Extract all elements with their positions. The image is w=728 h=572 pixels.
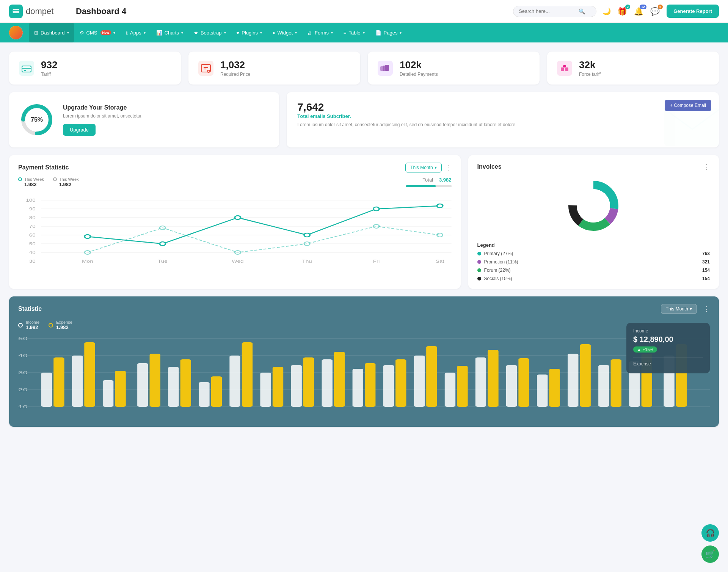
payments-info: 102k Detalled Payments [400, 59, 438, 77]
svg-rect-94 [414, 356, 425, 407]
statistic-menu-button[interactable]: ⋮ [703, 305, 710, 313]
svg-rect-16 [561, 67, 564, 71]
svg-point-53 [373, 224, 379, 228]
svg-text:50: 50 [18, 336, 28, 341]
nav-item-widget[interactable]: ♦ Widget ▾ [267, 23, 302, 42]
income-legend-dot [18, 323, 23, 328]
svg-rect-103 [549, 369, 560, 407]
logo-text: dompet [26, 6, 53, 16]
email-subtitle: Total emails Subcriber. [297, 113, 708, 119]
svg-point-49 [85, 251, 90, 254]
svg-text:Sat: Sat [436, 259, 444, 264]
svg-rect-76 [137, 363, 148, 407]
svg-rect-98 [475, 357, 486, 407]
socials-count: 154 [702, 276, 710, 281]
svg-text:100: 100 [26, 198, 35, 203]
invoices-legend: Primary (27%) 763 Promotion (11%) 321 Fo… [477, 251, 710, 281]
svg-rect-78 [168, 367, 179, 407]
chevron-down-icon-cms: ▾ [113, 31, 115, 35]
gift-icon-wrap[interactable]: 🎁 2 [618, 7, 627, 16]
legend-val-2: 1.982 [59, 182, 79, 187]
legend-item-week2: This Week 1.982 [53, 177, 79, 193]
income-legend-val: 1.982 [26, 324, 39, 330]
expense-legend-val: 1.982 [56, 324, 72, 330]
email-card: + Compose Email 7,642 Total emails Subcr… [287, 92, 719, 147]
stat-card-tariff: 932 Tariff [9, 52, 181, 85]
income-panel-label: Income [633, 328, 703, 334]
chevron-down-icon-month: ▾ [435, 165, 437, 170]
storage-title: Upgrade Your Storage [63, 104, 143, 111]
svg-rect-82 [229, 356, 240, 407]
svg-rect-95 [426, 346, 437, 407]
svg-text:90: 90 [29, 207, 36, 212]
gift-badge: 2 [625, 5, 630, 9]
nav-item-dashboard[interactable]: ⊞ Dashboard ▾ [29, 23, 74, 42]
forum-dot [477, 268, 481, 272]
invoices-header: Invoices ⋮ [477, 163, 710, 171]
promotion-count: 321 [702, 259, 710, 265]
svg-rect-107 [611, 359, 621, 407]
invoices-menu-button[interactable]: ⋮ [703, 163, 710, 171]
svg-text:10: 10 [18, 404, 28, 409]
nav-item-pages[interactable]: 📄 Pages ▾ [370, 23, 407, 42]
storage-donut: 75% [20, 103, 54, 137]
legend-label-1: This Week [24, 177, 44, 182]
search-input[interactable] [519, 8, 576, 14]
storage-info: Upgrade Your Storage Lorem ipsum dolor s… [63, 104, 143, 136]
statistic-month-button[interactable]: This Month ▾ [661, 304, 697, 314]
nav-item-charts[interactable]: 📊 Charts ▾ [151, 23, 188, 42]
svg-text:80: 80 [29, 216, 36, 220]
nav-item-plugins[interactable]: ♥ Plugins ▾ [231, 23, 267, 42]
nav-item-table[interactable]: ≡ Table ▾ [338, 23, 370, 42]
svg-rect-70 [41, 373, 52, 407]
nav-label-plugins: Plugins [242, 30, 258, 36]
legend-primary: Primary (27%) 763 [477, 251, 710, 256]
nav-item-bootstrap[interactable]: ★ Bootstrap ▾ [188, 23, 231, 42]
nav-label-forms: Forms [315, 30, 329, 36]
primary-label: Primary (27%) [484, 251, 513, 256]
svg-rect-18 [563, 65, 566, 67]
svg-rect-90 [353, 369, 363, 407]
svg-rect-73 [84, 342, 95, 407]
promotion-label: Promotion (11%) [484, 259, 518, 265]
bell-icon-wrap[interactable]: 🔔 12 [634, 7, 643, 16]
chat-icon-wrap[interactable]: 💬 5 [650, 7, 660, 16]
payment-menu-button[interactable]: ⋮ [445, 163, 452, 172]
search-bar[interactable]: 🔍 [513, 6, 596, 17]
nav-item-forms[interactable]: 🖨 Forms ▾ [302, 23, 338, 42]
svg-rect-85 [273, 367, 283, 407]
svg-text:30: 30 [29, 259, 36, 264]
cms-icon: ⚙ [80, 30, 84, 36]
upgrade-button[interactable]: Upgrade [63, 124, 96, 136]
price-info: 1,032 Required Price [220, 59, 250, 77]
expense-legend-item: Expense 1.982 [49, 320, 72, 330]
nav-label-dashboard: Dashboard [41, 30, 65, 36]
expense-legend-dot [49, 323, 53, 328]
svg-point-54 [437, 233, 442, 237]
svg-text:Fri: Fri [373, 259, 380, 264]
svg-rect-101 [518, 358, 529, 407]
bootstrap-icon: ★ [194, 30, 198, 36]
forum-label: Forum (22%) [484, 268, 511, 273]
nav-item-apps[interactable]: ℹ Apps ▾ [121, 23, 151, 42]
dashboard-icon: ⊞ [34, 30, 38, 36]
legend-label-2: This Week [59, 177, 79, 182]
nav-avatar [9, 26, 23, 39]
this-month-button[interactable]: This Month ▾ [405, 163, 441, 172]
stat-card-price: + 1,032 Required Price [188, 52, 360, 85]
invoices-title: Invoices [477, 163, 703, 170]
svg-rect-104 [568, 354, 578, 407]
nav-item-cms[interactable]: ⚙ CMS New ▾ [74, 23, 121, 42]
price-icon: + [198, 60, 214, 77]
svg-point-52 [304, 242, 310, 246]
generate-report-button[interactable]: Generate Report [667, 5, 719, 18]
svg-text:70: 70 [29, 224, 36, 229]
svg-rect-72 [72, 356, 83, 407]
svg-rect-71 [53, 357, 64, 407]
expense-legend-label: Expense [56, 320, 72, 324]
new-badge: New [100, 30, 111, 35]
pages-icon: 📄 [375, 30, 381, 36]
theme-toggle-icon[interactable]: 🌙 [602, 7, 611, 16]
svg-rect-17 [565, 67, 568, 71]
svg-rect-96 [445, 373, 455, 407]
